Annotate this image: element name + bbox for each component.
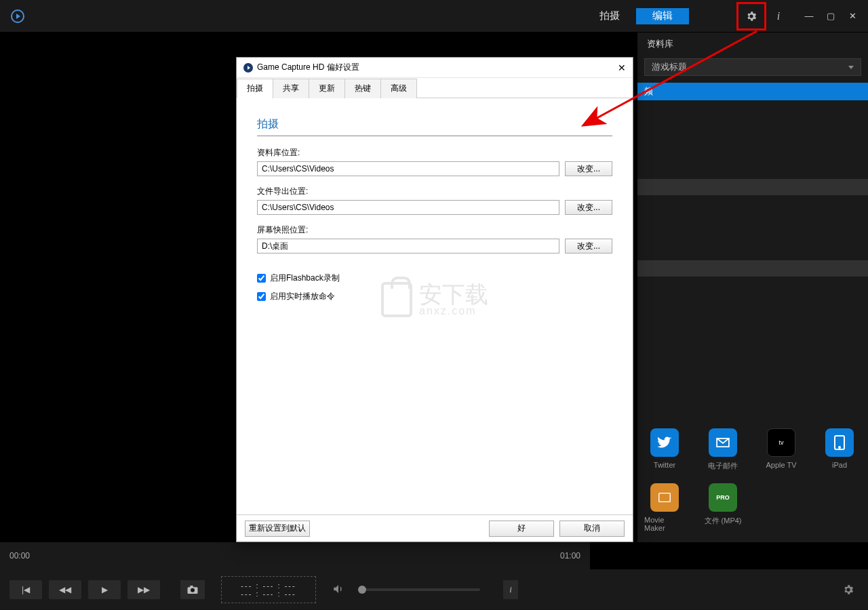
corner-gear-icon[interactable]: [842, 584, 854, 598]
dialog-body: 拍摄 资料库位置: 改变... 文件导出位置: 改变... 屏幕快照位置: 改变…: [237, 98, 633, 514]
appletv-icon: tv: [767, 428, 795, 457]
ipad-icon: [825, 428, 854, 457]
section-title: 拍摄: [257, 117, 612, 136]
maximize-button[interactable]: ▢: [826, 12, 835, 21]
mail-icon: [709, 428, 737, 457]
moviemaker-icon: [650, 483, 679, 512]
share-label: iPad: [832, 461, 847, 469]
dialog-tab-share[interactable]: 共享: [273, 79, 309, 98]
share-panel: Twitter 电子邮件 tv Apple TV iPad Movie Make…: [637, 412, 868, 542]
ok-button[interactable]: 好: [489, 521, 554, 537]
dropdown-value: 游戏标题: [652, 61, 687, 73]
share-ipad[interactable]: iPad: [819, 428, 860, 471]
selected-item-row[interactable]: 频: [637, 83, 868, 100]
info-icon[interactable]: i: [770, 8, 787, 24]
app-logo-icon: [11, 9, 24, 23]
dialog-title: Game Capture HD 偏好设置: [257, 62, 359, 73]
share-label: Twitter: [654, 461, 675, 469]
snapshot-location-label: 屏幕快照位置:: [257, 224, 612, 236]
flashback-checkbox[interactable]: [257, 274, 266, 283]
dialog-titlebar[interactable]: Game Capture HD 偏好设置 ✕: [237, 58, 633, 78]
volume-slider[interactable]: [358, 588, 480, 591]
chevron-down-icon: [848, 66, 854, 69]
svg-rect-5: [190, 586, 193, 588]
share-moviemaker[interactable]: Movie Maker: [644, 483, 685, 532]
dialog-tab-hotkey[interactable]: 热键: [344, 79, 381, 98]
share-file[interactable]: PRO 文件 (MP4): [703, 483, 743, 532]
game-title-dropdown[interactable]: 游戏标题: [644, 58, 861, 76]
dialog-close-button[interactable]: ✕: [618, 62, 626, 73]
volume-icon[interactable]: [332, 583, 344, 597]
share-label: Movie Maker: [644, 516, 685, 532]
list-row[interactable]: [637, 179, 868, 195]
library-location-label: 资料库位置:: [257, 147, 612, 159]
gear-icon[interactable]: [743, 8, 760, 24]
tab-capture[interactable]: 拍摄: [583, 8, 636, 24]
timeline-start: 00:00: [9, 551, 30, 561]
library-label: 资料库: [637, 33, 868, 56]
export-location-input[interactable]: [257, 200, 559, 215]
dialog-logo-icon: [243, 63, 253, 73]
share-label: 文件 (MP4): [705, 516, 742, 526]
titlebar: 拍摄 编辑 i — ▢ ✕: [0, 0, 868, 33]
time-readout: --- : --- : --- --- : --- : ---: [221, 576, 316, 603]
forward-button[interactable]: ▶▶: [127, 580, 160, 599]
settings-highlight-box: [736, 2, 766, 30]
tab-edit[interactable]: 编辑: [636, 8, 689, 24]
reset-button[interactable]: 重新设置到默认: [245, 521, 310, 537]
library-change-button[interactable]: 改变...: [565, 161, 612, 176]
snapshot-button[interactable]: [180, 580, 205, 599]
mode-tabs: 拍摄 编辑: [583, 8, 689, 24]
dialog-footer: 重新设置到默认 好 取消: [237, 514, 633, 542]
volume-thumb[interactable]: [358, 586, 366, 594]
live-checkbox[interactable]: [257, 292, 266, 301]
share-email[interactable]: 电子邮件: [703, 428, 743, 471]
window-controls: — ▢ ✕: [804, 12, 857, 21]
snapshot-location-input[interactable]: [257, 239, 559, 253]
info-button[interactable]: i: [503, 580, 518, 599]
svg-point-1: [839, 447, 840, 448]
svg-point-4: [191, 588, 195, 592]
export-change-button[interactable]: 改变...: [565, 200, 612, 215]
dialog-tab-capture[interactable]: 拍摄: [237, 79, 273, 98]
snapshot-change-button[interactable]: 改变...: [565, 239, 612, 253]
twitter-icon: [650, 428, 679, 457]
dialog-tabs: 拍摄 共享 更新 热键 高级: [237, 78, 633, 98]
timeline[interactable]: 00:00 01:00: [0, 542, 590, 569]
file-icon: PRO: [709, 483, 737, 512]
svg-rect-2: [659, 493, 671, 502]
dialog-tab-update[interactable]: 更新: [309, 79, 345, 98]
share-label: 电子邮件: [708, 461, 738, 471]
library-location-input[interactable]: [257, 161, 559, 176]
prev-button[interactable]: |◀: [9, 580, 42, 599]
share-appletv[interactable]: tv Apple TV: [761, 428, 802, 471]
minimize-button[interactable]: —: [804, 12, 814, 21]
close-button[interactable]: ✕: [848, 12, 857, 21]
dialog-tab-advanced[interactable]: 高级: [380, 79, 417, 98]
cancel-button[interactable]: 取消: [559, 521, 625, 537]
flashback-label: 启用Flashback录制: [270, 272, 340, 284]
live-checkbox-row[interactable]: 启用实时播放命令: [257, 291, 612, 302]
play-button[interactable]: ▶: [88, 580, 121, 599]
flashback-checkbox-row[interactable]: 启用Flashback录制: [257, 272, 612, 284]
live-label: 启用实时播放命令: [270, 291, 335, 302]
preferences-dialog: Game Capture HD 偏好设置 ✕ 拍摄 共享 更新 热键 高级 拍摄…: [236, 57, 633, 542]
list-row[interactable]: [637, 260, 868, 277]
right-panel: 资料库 游戏标题 频: [637, 33, 868, 412]
share-twitter[interactable]: Twitter: [644, 428, 685, 471]
rewind-button[interactable]: ◀◀: [49, 580, 81, 599]
playback-controls: |◀ ◀◀ ▶ ▶▶ --- : --- : --- --- : --- : -…: [0, 569, 868, 610]
export-location-label: 文件导出位置:: [257, 186, 612, 197]
share-label: Apple TV: [766, 461, 796, 469]
timeline-end: 01:00: [560, 551, 580, 561]
